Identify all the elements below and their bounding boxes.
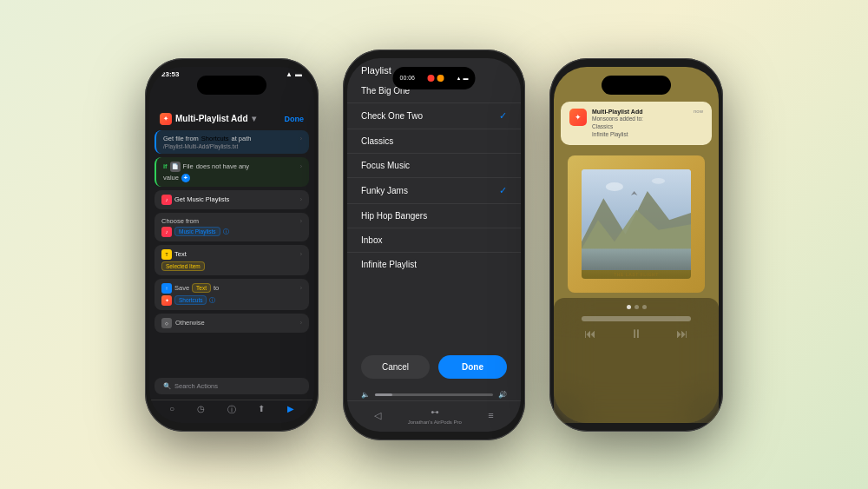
playlist-item-8[interactable]: Infinite Playlist: [347, 253, 521, 276]
playlist-item-5[interactable]: Funky Jams ✓: [347, 178, 521, 204]
volume-icon[interactable]: 🔈: [361, 391, 370, 399]
notif-title: Multi-Playlist Add: [592, 109, 642, 115]
nav-back-icon[interactable]: ◁: [374, 410, 381, 421]
notif-content: Multi-Playlist Add now Monsoons added to…: [592, 109, 703, 138]
phone-3-screen: ✦ Multi-Playlist Add now Monsoons added …: [554, 67, 719, 423]
add-value-button[interactable]: +: [181, 174, 190, 182]
playlist-list: The Big One Check One Two ✓ Classics Foc…: [347, 79, 521, 276]
playlist-item-3[interactable]: Classics: [347, 129, 521, 154]
disclosure-icon-5: ›: [300, 251, 302, 257]
notif-app-icon: ✦: [569, 109, 587, 126]
dot-2: [635, 305, 639, 309]
bottom-nav-2: ◁ ꕹ Jonathan's AirPods Pro ≡: [347, 400, 521, 432]
dynamic-island-2: 00:06 ▲ ▬: [393, 67, 476, 89]
disclosure-icon-7: ›: [300, 320, 302, 326]
text-icon: T: [161, 249, 172, 260]
notif-line2: Classics: [592, 122, 703, 130]
svg-rect-3: [582, 248, 691, 270]
toolbar-share-icon[interactable]: ⬆: [258, 404, 265, 416]
save-icon: ↑: [161, 283, 172, 294]
disclosure-icon-2: ›: [300, 163, 302, 169]
album-title-text: THE LAST FLIGHT: [614, 270, 658, 279]
toolbar-circle-icon[interactable]: ○: [169, 404, 174, 416]
prev-icon[interactable]: ⏮: [584, 327, 596, 340]
music-controls: ⏮ ⏸ ⏭: [568, 316, 705, 340]
playlist-item-7[interactable]: Inbox: [347, 228, 521, 253]
dynamic-island-3: [602, 76, 671, 95]
audio-bar: 🔈 🔊: [347, 387, 521, 400]
controls-area: ⏮ ⏸ ⏭: [554, 298, 719, 423]
time-2-di: 00:06: [400, 75, 416, 81]
playlist-item-6[interactable]: Hip Hop Bangers: [347, 204, 521, 228]
airpods-container: ꕹ Jonathan's AirPods Pro: [408, 406, 462, 425]
album-art-container: PUBLIC SERVICE BROADCASTING: [568, 155, 705, 293]
playlist-item-2[interactable]: Check One Two ✓: [347, 103, 521, 129]
disclosure-icon-4: ›: [300, 218, 302, 224]
album-art-scene: [582, 169, 691, 270]
shortcuts-title: ✦ Multi-Playlist Add ▾: [160, 113, 256, 125]
wifi-icon-1: ▲: [286, 70, 293, 78]
disclosure-icon-3: ›: [300, 196, 302, 202]
toolbar-info-icon[interactable]: ⓘ: [227, 404, 236, 416]
svg-point-5: [652, 178, 665, 184]
battery-icon-2: ▬: [463, 76, 468, 81]
notif-time: now: [694, 109, 703, 115]
search-icon-shortcuts: 🔍: [163, 382, 171, 390]
battery-icon-1: ▬: [295, 70, 302, 78]
music-icon-2: ♪: [161, 227, 172, 237]
disclosure-icon-6: ›: [300, 285, 302, 291]
selected-item-tag: Selected Item: [161, 261, 205, 271]
nav-list-icon[interactable]: ≡: [488, 410, 493, 420]
action-get-file[interactable]: Get file from Shortcuts at path › /Playl…: [155, 130, 309, 154]
done-button-1[interactable]: Done: [285, 115, 305, 123]
playlist-screen: 00:06 ▲ ▬ Playlist The Big One Check On: [347, 58, 521, 432]
dynamic-island-1: [197, 76, 266, 95]
bottom-toolbar-1: ○ ◷ ⓘ ⬆ ▶: [149, 400, 314, 423]
app-icon-shortcuts: ✦: [160, 113, 172, 125]
action-choose[interactable]: Choose from › ♪ Music Playlists ⓘ: [155, 213, 309, 241]
progress-bar: [582, 316, 691, 321]
play-pause-icon[interactable]: ⏸: [630, 327, 642, 340]
phone-3: ✦ Multi-Playlist Add now Monsoons added …: [549, 58, 723, 432]
cancel-button[interactable]: Cancel: [361, 355, 430, 379]
action-get-music[interactable]: ♪ Get Music Playlists ›: [155, 190, 309, 209]
search-actions-bar[interactable]: 🔍 Search Actions: [155, 378, 309, 394]
text-pill: Text: [192, 283, 211, 293]
time-1: 23:53: [161, 70, 179, 78]
audio-progress-fill: [375, 393, 392, 396]
next-icon[interactable]: ⏭: [676, 327, 688, 340]
camera-indicator: [437, 75, 444, 82]
notification-banner[interactable]: ✦ Multi-Playlist Add now Monsoons added …: [561, 102, 712, 145]
action-otherwise[interactable]: ◇ Otherwise ›: [155, 314, 309, 333]
audio-progress-bar[interactable]: [375, 393, 493, 396]
action-text[interactable]: T Text › Selected Item: [155, 245, 309, 275]
album-scene-svg: [582, 169, 691, 270]
notif-line3: Infinite Playlist: [592, 130, 703, 138]
playback-buttons: ⏮ ⏸ ⏭: [568, 327, 705, 340]
action-if[interactable]: if 📄 File does not have any › value +: [155, 157, 309, 187]
chevron-down-icon[interactable]: ▾: [252, 114, 256, 123]
playlist-actions: Cancel Done: [347, 347, 521, 387]
music-icon-1: ♪: [161, 195, 172, 205]
wifi-icon-2: ▲: [457, 76, 462, 81]
notif-line1: Monsoons added to:: [592, 115, 703, 122]
status-icons-1: ▲ ▬: [286, 70, 302, 78]
shortcuts-tag: Shortcuts: [174, 295, 207, 305]
phone-2: 00:06 ▲ ▬ Playlist The Big One Check On: [343, 50, 525, 440]
volume-up-icon[interactable]: 🔊: [498, 391, 507, 399]
toolbar-play-icon[interactable]: ▶: [287, 404, 294, 416]
album-art-inner: PUBLIC SERVICE BROADCASTING: [582, 169, 691, 279]
action-save[interactable]: ↑ Save Text to › ✦ Shortcuts ⓘ: [155, 279, 309, 310]
shortcuts-content: Get file from Shortcuts at path › /Playl…: [149, 130, 314, 374]
airpods-label: Jonathan's AirPods Pro: [408, 420, 462, 425]
dot-indicators: [568, 305, 705, 309]
otherwise-icon: ◇: [161, 318, 172, 328]
dot-1: [627, 305, 631, 309]
done-button-2[interactable]: Done: [438, 355, 507, 379]
di-indicators: [427, 75, 444, 82]
phone-2-screen: 00:06 ▲ ▬ Playlist The Big One Check On: [347, 58, 521, 432]
nowplaying-screen: ✦ Multi-Playlist Add now Monsoons added …: [554, 67, 719, 423]
airpods-icon[interactable]: ꕹ: [408, 406, 462, 419]
toolbar-clock-icon[interactable]: ◷: [197, 404, 205, 416]
playlist-item-4[interactable]: Focus Music: [347, 154, 521, 178]
